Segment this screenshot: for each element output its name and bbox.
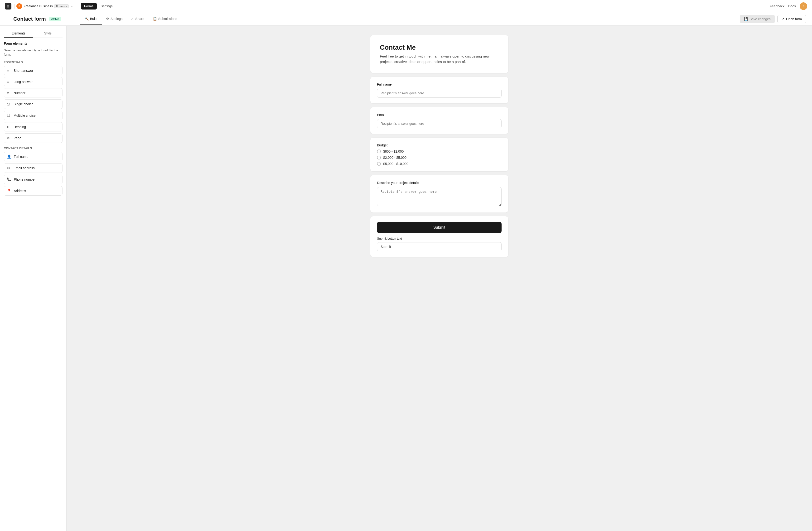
save-changes-button[interactable]: 💾 Save changes: [740, 15, 775, 23]
sidebar-item-heading[interactable]: H Heading: [4, 122, 62, 131]
single-choice-icon: ◎: [7, 102, 11, 106]
short-answer-icon: ≡: [7, 69, 11, 72]
open-icon: ↗: [782, 17, 785, 21]
essentials-label: Essentials: [4, 61, 62, 64]
budget-radio-group: $800 - $2,000 $2,000 - $5,000 $5,000 - $…: [377, 149, 502, 166]
sidebar-item-phone-number[interactable]: 📞 Phone number: [4, 175, 62, 184]
sidebar-tab-style[interactable]: Style: [33, 29, 63, 38]
sidebar-item-number[interactable]: # Number: [4, 88, 62, 98]
multiple-choice-icon: ☐: [7, 113, 11, 118]
nav-link-settings[interactable]: Settings: [97, 3, 116, 10]
radio-circle-1: [377, 149, 381, 153]
form-elements-desc: Select a new element type to add to the …: [4, 48, 62, 57]
form-elements-title: Form elements: [4, 42, 62, 45]
nav-divider-2: [75, 4, 75, 9]
project-details-textarea[interactable]: [377, 187, 502, 206]
full-name-field-card: Full name: [370, 77, 508, 103]
sidebar-tab-elements[interactable]: Elements: [4, 29, 33, 38]
sub-header: ← Contact form Active 🔨 Build ⚙ Settings…: [0, 12, 812, 26]
tab-submissions[interactable]: 📋 Submissions: [148, 13, 182, 25]
sidebar-item-multiple-choice[interactable]: ☐ Multiple choice: [4, 111, 62, 120]
sidebar-tabs: Elements Style: [4, 29, 62, 38]
address-icon: 📍: [7, 189, 11, 193]
sidebar-item-long-answer[interactable]: ≡ Long answer: [4, 77, 62, 86]
budget-label: Budget: [377, 143, 502, 147]
share-icon: ↗: [131, 17, 134, 21]
budget-option-2[interactable]: $2,000 - $5,000: [377, 156, 502, 159]
sidebar-item-full-name[interactable]: 👤 Full name: [4, 152, 62, 161]
feedback-button[interactable]: Feedback: [770, 4, 784, 8]
submit-button-text-input[interactable]: [377, 242, 502, 251]
full-name-label: Full name: [377, 83, 502, 86]
sub-header-actions: 💾 Save changes ↗ Open form: [740, 15, 806, 23]
settings-icon: ⚙: [106, 17, 109, 21]
radio-circle-2: [377, 156, 381, 159]
form-header-card: Contact Me Feel free to get in touch wit…: [370, 35, 508, 73]
nav-workspace[interactable]: F Freelance Business Business ⌄: [16, 3, 73, 9]
nav-links: Forms Settings: [81, 3, 116, 10]
build-icon: 🔨: [85, 17, 89, 21]
nav-right: Feedback Docs J: [770, 2, 807, 10]
email-input[interactable]: [377, 119, 502, 128]
workspace-chevron-icon: ⌄: [71, 4, 73, 8]
budget-option-1[interactable]: $800 - $2,000: [377, 149, 502, 153]
submissions-icon: 📋: [153, 17, 157, 21]
sidebar-item-single-choice[interactable]: ◎ Single choice: [4, 99, 62, 109]
workspace-badge: Business: [54, 4, 69, 8]
open-form-button[interactable]: ↗ Open form: [777, 15, 806, 23]
page-icon: ⧉: [7, 136, 11, 140]
sidebar-item-page[interactable]: ⧉ Page: [4, 133, 62, 143]
top-nav: ⊞ F Freelance Business Business ⌄ Forms …: [0, 0, 812, 12]
email-field-card: Email: [370, 107, 508, 134]
page-title: Contact form: [13, 16, 46, 22]
tab-build[interactable]: 🔨 Build: [80, 13, 102, 25]
nav-logo: ⊞: [5, 3, 11, 10]
logo-icon: ⊞: [5, 3, 11, 10]
heading-icon: H: [7, 125, 11, 129]
nav-link-forms[interactable]: Forms: [81, 3, 97, 10]
sidebar-item-email-address[interactable]: ✉ Email address: [4, 163, 62, 173]
contact-details-label: Contact Details: [4, 147, 62, 150]
tab-share[interactable]: ↗ Share: [127, 13, 148, 25]
workspace-icon: F: [16, 3, 22, 9]
sidebar-item-address[interactable]: 📍 Address: [4, 186, 62, 196]
number-icon: #: [7, 91, 11, 95]
email-icon: ✉: [7, 166, 11, 170]
long-answer-icon: ≡: [7, 80, 11, 84]
project-details-field-card: Describe your project details: [370, 175, 508, 213]
save-icon: 💾: [744, 17, 748, 21]
sidebar: Elements Style Form elements Select a ne…: [0, 26, 67, 531]
docs-button[interactable]: Docs: [788, 4, 796, 8]
form-header-desc: Feel free to get in touch with me. I am …: [380, 54, 499, 64]
back-button[interactable]: ←: [6, 16, 10, 21]
phone-icon: 📞: [7, 177, 11, 182]
user-avatar[interactable]: J: [800, 2, 807, 10]
main-layout: Elements Style Form elements Select a ne…: [0, 26, 812, 531]
submit-btn-text-label: Submit button text: [377, 237, 502, 240]
main-content: Contact Me Feel free to get in touch wit…: [67, 26, 812, 531]
budget-field-card: Budget $800 - $2,000 $2,000 - $5,000 $5,…: [370, 138, 508, 171]
sidebar-item-short-answer[interactable]: ≡ Short answer: [4, 66, 62, 75]
email-label: Email: [377, 113, 502, 117]
sub-header-tabs: 🔨 Build ⚙ Settings ↗ Share 📋 Submissions: [80, 13, 182, 25]
tab-settings[interactable]: ⚙ Settings: [102, 13, 127, 25]
budget-option-3[interactable]: $5,000 - $10,000: [377, 162, 502, 166]
project-details-label: Describe your project details: [377, 181, 502, 185]
submit-card: Submit Submit button text: [370, 216, 508, 257]
submit-button[interactable]: Submit: [377, 222, 502, 233]
form-header-title: Contact Me: [380, 44, 499, 51]
workspace-name: Freelance Business: [24, 4, 53, 8]
radio-circle-3: [377, 162, 381, 166]
full-name-icon: 👤: [7, 155, 11, 159]
active-badge: Active: [49, 17, 61, 21]
full-name-input[interactable]: [377, 89, 502, 98]
